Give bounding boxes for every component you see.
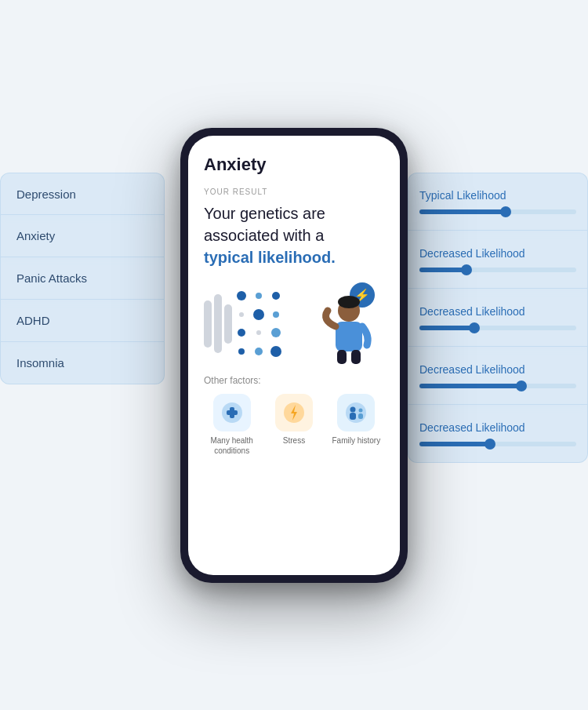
factor-stress-label: Stress [283,435,305,446]
dots-grid [235,289,282,359]
right-card-label: Decreased Likelihood [419,421,576,434]
right-card-label: Decreased Likelihood [419,363,576,376]
slider-dot [461,264,472,275]
right-card-3: Decreased Likelihood [408,289,588,347]
sidebar-item-insomnia[interactable]: Insomnia [0,342,165,384]
slider-fill [419,268,466,272]
bar-columns [204,285,232,363]
person-figure: ⚡ [314,281,384,367]
slider-dot [485,439,495,450]
dot [255,348,263,355]
dot [270,346,281,357]
sidebar-item-anxiety[interactable]: Anxiety [0,215,165,257]
svg-point-3 [338,296,360,308]
illustration-area: ⚡ [204,281,384,367]
slider-fill [419,209,506,214]
factor-health: Many health conditions [204,394,260,456]
svg-point-15 [359,408,363,412]
phone-title: Anxiety [204,155,384,175]
dot [253,309,264,320]
slider-dot [469,322,480,333]
svg-rect-6 [351,350,361,364]
svg-rect-5 [337,350,347,364]
phone-screen: Anxiety YOUR RESULT Your genetics are as… [188,136,400,575]
stress-icon [275,394,313,431]
factor-family: Family history [328,394,384,456]
bar-col-3 [224,304,232,344]
right-card-label: Decreased Likelihood [419,305,576,318]
sidebar-item-label: Panic Attacks [16,271,87,285]
phone-outer: Anxiety YOUR RESULT Your genetics are as… [180,128,408,583]
right-sidebar: Typical Likelihood Decreased Likelihood … [408,173,588,463]
sidebar-item-label: ADHD [16,314,50,327]
svg-rect-16 [358,413,363,419]
dot [237,291,246,300]
right-card-4: Decreased Likelihood [408,347,588,405]
lightning-icon [283,402,305,424]
result-highlight: typical likelihood. [204,249,336,266]
dot [238,329,245,337]
bar-gray [214,294,222,353]
slider-fill [419,442,490,446]
slider-track-4 [419,384,576,388]
result-label: YOUR RESULT [204,188,384,196]
scene: Depression Anxiety Panic Attacks ADHD In… [0,0,588,710]
dot [256,330,261,335]
right-card-content: Decreased Likelihood [419,363,576,388]
left-sidebar: Depression Anxiety Panic Attacks ADHD In… [0,173,165,384]
health-cross-icon [221,402,243,424]
dot [271,328,281,337]
slider-fill [419,326,474,330]
result-text: Your genetics are associated with a typi… [204,202,384,268]
dot [238,348,245,355]
slider-dot [500,206,511,217]
sidebar-item-label: Anxiety [16,229,55,242]
sidebar-item-label: Depression [16,188,76,201]
phone-content: Anxiety YOUR RESULT Your genetics are as… [188,136,400,575]
right-card-content: Decreased Likelihood [419,247,576,272]
right-card-2: Decreased Likelihood [408,231,588,289]
sidebar-item-depression[interactable]: Depression [0,173,165,215]
sidebar-item-adhd[interactable]: ADHD [0,300,165,342]
sidebar-item-label: Insomnia [16,356,64,370]
svg-point-12 [346,402,366,423]
slider-dot [516,380,527,391]
phone-wrapper: Anxiety YOUR RESULT Your genetics are as… [180,128,408,583]
right-card-label: Typical Likelihood [419,189,576,202]
slider-track-5 [419,442,576,446]
bar-gray [224,304,232,344]
svg-rect-14 [350,413,356,420]
person-svg: ⚡ [314,281,384,367]
dot [239,312,244,317]
right-card-content: Decreased Likelihood [419,305,576,330]
health-icon [213,394,251,431]
factor-family-label: Family history [332,435,380,446]
right-card-1: Typical Likelihood [408,173,588,231]
dot [272,292,280,300]
slider-track-2 [419,268,576,272]
other-factors-label: Other factors: [204,375,384,386]
dot [256,293,262,299]
bar-col-1 [204,300,212,348]
slider-track-1 [419,209,576,214]
factor-stress: Stress [266,394,321,456]
right-card-content: Decreased Likelihood [419,421,576,446]
family-icon [337,394,375,431]
factor-health-label: Many health conditions [204,435,260,456]
family-history-icon [345,402,367,424]
dna-visualization [204,285,306,363]
svg-point-13 [350,406,356,412]
svg-rect-9 [227,410,238,415]
bar-col-2 [214,294,222,353]
right-card-label: Decreased Likelihood [419,247,576,260]
slider-track-3 [419,326,576,330]
right-card-5: Decreased Likelihood [408,405,588,463]
bar-gray [204,300,212,348]
sidebar-item-panic-attacks[interactable]: Panic Attacks [0,257,165,300]
dot [273,311,279,318]
svg-rect-4 [336,322,362,351]
result-text-1: Your genetics are associated with a [204,205,325,244]
slider-fill [419,384,521,388]
factors-row: Many health conditions Stress [204,394,384,456]
right-card-content: Typical Likelihood [419,189,576,214]
